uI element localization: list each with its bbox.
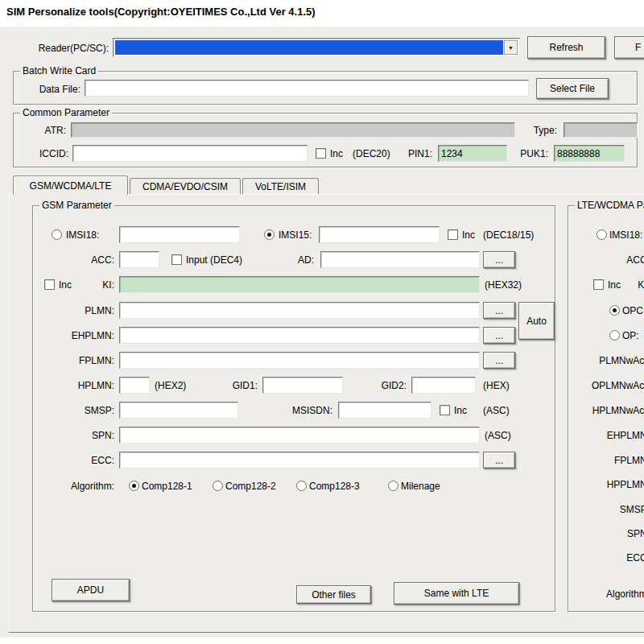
ecc-input[interactable] — [119, 452, 480, 469]
dec20-label: (DEC20) — [353, 147, 390, 160]
lte-op-radio[interactable] — [609, 330, 620, 341]
comp128-2-label: Comp128-2 — [225, 480, 276, 493]
ki-inc-checkbox[interactable] — [44, 279, 55, 290]
lte-ki-inc-checkbox[interactable] — [593, 279, 604, 290]
ki-label: KI: — [102, 279, 114, 291]
comp128-3-label: Comp128-3 — [309, 480, 360, 493]
ad-browse-button[interactable]: ... — [483, 251, 515, 268]
lte-plmnwact-label: PLMNwAct: — [599, 354, 644, 367]
lte-acc-label: ACC: — [626, 254, 644, 266]
puk1-input[interactable] — [554, 145, 625, 162]
type-label: Type: — [534, 124, 557, 137]
ki-inc-label: Inc — [59, 279, 72, 291]
ad-label: AD: — [298, 254, 314, 266]
lte-hplmnwact-label: HPLMNwAct: — [592, 404, 644, 417]
imsi18-label: IMSI18: — [66, 229, 99, 242]
gid2-label: GID2: — [382, 379, 407, 392]
tab-gsm-wcdma-lte[interactable]: GSM/WCDMA/LTE — [13, 175, 128, 195]
iccid-inc-checkbox[interactable] — [316, 148, 326, 159]
smsp-label: SMSP: — [85, 404, 114, 417]
asc1-label: (ASC) — [483, 404, 510, 417]
batch-write-card-title: Batch Write Card — [20, 65, 98, 77]
app-window: SIM Personalize tools(Copyright:OYEITIME… — [0, 0, 644, 644]
acc-input[interactable] — [119, 251, 159, 268]
format-button-partial[interactable]: F — [614, 36, 644, 59]
tab-volte-isim[interactable]: VoLTE/ISIM — [242, 178, 319, 195]
auto-button[interactable]: Auto — [518, 302, 555, 340]
plmn-browse-button[interactable]: ... — [483, 302, 515, 319]
hex2-label: (HEX2) — [155, 379, 186, 392]
milenage-radio[interactable] — [388, 481, 398, 491]
msisdn-input[interactable] — [338, 402, 431, 419]
apdu-button[interactable]: APDU — [52, 579, 130, 601]
lte-ecc-label: ECC: — [626, 551, 644, 564]
comp128-2-radio[interactable] — [213, 481, 223, 491]
ecc-browse-button[interactable]: ... — [483, 452, 515, 469]
lte-imsi18-radio[interactable] — [597, 229, 607, 240]
iccid-input[interactable] — [72, 145, 308, 162]
lte-spn-label: SPN: — [627, 527, 644, 540]
lte-fplmn-label: FPLMN: — [614, 454, 644, 467]
lte-ki-label: KI: — [638, 279, 644, 291]
hex32-label: (HEX32) — [485, 279, 522, 291]
imsi-inc-checkbox[interactable] — [448, 229, 458, 240]
smsp-input[interactable] — [119, 402, 238, 419]
acc-label: ACC: — [91, 254, 114, 266]
reader-dropdown-button[interactable]: ▼ — [504, 40, 518, 55]
algorithm-label: Algorithm: — [71, 480, 114, 493]
gid1-input[interactable] — [262, 377, 343, 394]
lte-ki-inc-label: Inc — [608, 279, 621, 291]
hex-label: (HEX) — [483, 379, 510, 392]
tab-cdma-evdo-csim[interactable]: CDMA/EVDO/CSIM — [130, 178, 241, 195]
pin1-label: PIN1: — [408, 147, 432, 160]
window-bottom-strip — [0, 638, 644, 644]
imsi18-radio[interactable] — [52, 229, 62, 240]
acc-input-checkbox[interactable] — [171, 254, 182, 265]
spn-input[interactable] — [119, 427, 480, 444]
msisdn-inc-checkbox[interactable] — [440, 405, 450, 415]
ehplmn-label: EHPLMN: — [72, 329, 114, 342]
other-files-button[interactable]: Other files — [296, 585, 371, 604]
hplmn-input[interactable] — [119, 377, 150, 394]
imsi15-input[interactable] — [319, 226, 440, 243]
select-file-button[interactable]: Select File — [536, 78, 609, 99]
same-with-lte-button[interactable]: Same with LTE — [394, 582, 519, 605]
reader-combobox[interactable]: ▼ — [113, 38, 520, 57]
fplmn-input[interactable] — [119, 352, 480, 369]
msisdn-label: MSISDN: — [292, 404, 332, 417]
lte-oplmnwact-label: OPLMNwAct: — [592, 379, 644, 392]
asc2-label: (ASC) — [485, 429, 511, 442]
lte-smsp-label: SMSP: — [620, 503, 644, 516]
plmn-label: PLMN: — [85, 304, 114, 317]
common-parameter-title: Common Parameter — [20, 107, 112, 119]
ad-input[interactable] — [320, 251, 480, 268]
ehplmn-browse-button[interactable]: ... — [483, 327, 515, 344]
gsm-parameter-title: GSM Parameter — [39, 200, 114, 212]
refresh-button[interactable]: Refresh — [527, 36, 605, 59]
comp128-1-radio[interactable] — [129, 481, 139, 491]
comp128-1-label: Comp128-1 — [142, 480, 192, 493]
lte-opc-radio[interactable] — [609, 305, 620, 316]
lte-algorithm-label: Algorithm: — [606, 588, 644, 601]
ecc-label: ECC: — [91, 454, 114, 467]
imsi15-radio[interactable] — [264, 229, 275, 240]
comp128-3-radio[interactable] — [296, 481, 307, 491]
puk1-label: PUK1: — [520, 147, 548, 160]
imsi18-input[interactable] — [119, 226, 240, 243]
atr-field — [71, 122, 515, 138]
pin1-input[interactable] — [438, 145, 507, 162]
gid2-input[interactable] — [411, 377, 476, 394]
data-file-label: Data File: — [39, 83, 80, 96]
data-file-input[interactable] — [85, 80, 529, 97]
msisdn-inc-label: Inc — [454, 404, 467, 417]
plmn-input[interactable] — [119, 302, 480, 319]
ki-input[interactable] — [119, 276, 480, 293]
spn-label: SPN: — [92, 429, 114, 442]
reader-selection-highlight — [115, 40, 503, 55]
imsi15-label: IMSI15: — [279, 229, 312, 242]
fplmn-browse-button[interactable]: ... — [483, 352, 515, 369]
lte-hpplmn-label: HPPLMN: — [607, 478, 644, 491]
ehplmn-input[interactable] — [119, 327, 480, 344]
imsi-inc-label: Inc — [462, 229, 475, 242]
lte-op-label: OP: — [622, 329, 639, 342]
